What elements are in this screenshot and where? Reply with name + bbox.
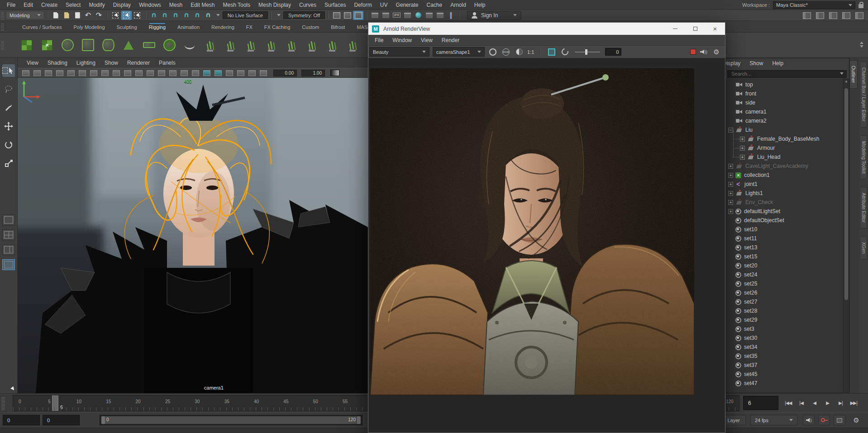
menu-set-dropdown[interactable]: Modeling: [6, 11, 44, 19]
range-slider[interactable]: 0 120: [100, 415, 362, 425]
outliner-item-set37[interactable]: set37: [726, 361, 843, 370]
pause-viewport-icon[interactable]: [446, 11, 456, 20]
outliner-item-set20[interactable]: set20: [726, 261, 843, 270]
shelf-tab-fx[interactable]: FX: [240, 22, 258, 32]
grip-handle[interactable]: [1, 24, 4, 31]
grip-handle[interactable]: [1, 11, 4, 19]
2d-pan-zoom-icon[interactable]: [76, 69, 88, 77]
make-live-icon[interactable]: [203, 11, 214, 20]
shelf-tab-bifrost[interactable]: Bifrost: [325, 22, 351, 32]
menu-item-uv[interactable]: UV: [376, 0, 392, 10]
groom-cut-icon[interactable]: [262, 36, 280, 54]
output-connections-icon[interactable]: [342, 11, 353, 20]
renderview-menu-file[interactable]: File: [370, 35, 388, 45]
bookmark-icon[interactable]: [54, 69, 65, 77]
menu-item-select[interactable]: Select: [62, 0, 85, 10]
separator[interactable]: [328, 12, 329, 19]
outliner-item-camera2[interactable]: camera2: [726, 116, 843, 125]
outliner-menu-display[interactable]: Display: [726, 58, 745, 68]
render-current-frame-icon[interactable]: [381, 11, 391, 20]
shelf-tab-rigging[interactable]: Rigging: [143, 22, 172, 32]
menu-item-surfaces[interactable]: Surfaces: [320, 0, 350, 10]
layout-four-pane-icon[interactable]: [2, 229, 15, 240]
shelf-overflow-menu[interactable]: [860, 42, 863, 48]
lighting-icon[interactable]: [224, 69, 235, 77]
outliner-menu-help[interactable]: Help: [768, 58, 788, 68]
scrollbar-handle[interactable]: [844, 88, 848, 300]
expander-icon[interactable]: +: [740, 137, 745, 142]
outliner-item-set45[interactable]: set45: [726, 370, 843, 379]
nurbs-torus-icon[interactable]: [161, 36, 178, 54]
snap-point-icon[interactable]: [171, 11, 181, 20]
evaluation-mode-icon[interactable]: [834, 415, 845, 425]
expander-icon[interactable]: +: [728, 173, 733, 178]
curve-tool-icon[interactable]: [181, 36, 198, 54]
panel-menu-panels[interactable]: Panels: [154, 58, 180, 68]
window-title-bar[interactable]: Arnold RenderView ×: [368, 23, 725, 35]
ab-compare-icon[interactable]: [514, 47, 524, 57]
chevron-down-icon[interactable]: [216, 14, 220, 16]
shelf-tab-rendering[interactable]: Rendering: [205, 22, 240, 32]
separator[interactable]: [459, 12, 460, 19]
outliner-item-set29[interactable]: set29: [726, 315, 843, 324]
play-backwards-button[interactable]: ◀: [808, 397, 820, 409]
animation-preferences-icon[interactable]: [850, 415, 863, 425]
outliner-item-set26[interactable]: set26: [726, 288, 843, 297]
snap-grid-icon[interactable]: [149, 11, 159, 20]
field-chart-icon[interactable]: [144, 69, 156, 77]
color-management-swatch[interactable]: [330, 70, 339, 76]
debug-shading-slider[interactable]: [575, 52, 600, 52]
character-controls-icon[interactable]: [815, 11, 825, 19]
tab-outliner[interactable]: Outliner: [850, 60, 858, 89]
isolate-select-icon[interactable]: [178, 69, 190, 77]
snap-curve-icon[interactable]: [160, 11, 170, 20]
scroll-up-icon[interactable]: ▲: [844, 79, 849, 83]
select-hierarchy-icon[interactable]: [110, 11, 121, 20]
grip-handle[interactable]: [1, 396, 5, 410]
play-forwards-button[interactable]: ▶: [821, 397, 834, 409]
menu-item-deform[interactable]: Deform: [350, 0, 376, 10]
wireframe-on-shaded-icon[interactable]: [201, 69, 212, 77]
groom-density-icon[interactable]: [324, 36, 341, 54]
expander-icon[interactable]: +: [728, 200, 733, 205]
select-tool-icon[interactable]: [2, 64, 15, 77]
renderview-menu-view[interactable]: View: [416, 35, 437, 45]
rgba-channels-icon[interactable]: [501, 47, 511, 57]
expander-icon[interactable]: −: [728, 128, 733, 133]
snap-view-plane-icon[interactable]: [192, 11, 203, 20]
channel-box-icon[interactable]: [828, 11, 838, 19]
select-object-icon[interactable]: [121, 11, 132, 20]
outliner-item-set27[interactable]: set27: [726, 297, 843, 306]
gamma-field[interactable]: 1.00: [301, 70, 325, 76]
panel-menu-shading[interactable]: Shading: [43, 58, 72, 68]
outliner-item-collection1[interactable]: + collection1: [726, 171, 843, 180]
save-scene-icon[interactable]: [72, 11, 83, 20]
outliner-item-set15[interactable]: set15: [726, 252, 843, 261]
scale-tool-icon[interactable]: [2, 157, 15, 170]
shelf-tab-animation[interactable]: Animation: [172, 22, 205, 32]
grip-handle[interactable]: [1, 41, 4, 50]
menu-item-cache[interactable]: Cache: [422, 0, 446, 10]
refresh-render-icon[interactable]: [560, 47, 570, 57]
outliner-item-set10[interactable]: set10: [726, 225, 843, 234]
outliner-item-liu[interactable]: − Liu: [726, 125, 843, 134]
shelf-tab-curves-surfaces[interactable]: Curves / Surfaces: [16, 22, 67, 32]
display-region-icon[interactable]: [547, 47, 557, 57]
shelf-tab-poly-modeling[interactable]: Poly Modeling: [67, 22, 110, 32]
outliner-item-lights1[interactable]: + Lights1: [726, 189, 843, 198]
outliner-item-set25[interactable]: set25: [726, 279, 843, 288]
outliner-item-liu-head[interactable]: + Liu_Head: [726, 152, 843, 162]
film-gate-icon[interactable]: [110, 69, 122, 77]
menu-item-file[interactable]: File: [3, 0, 19, 10]
range-slider-bar[interactable]: [101, 416, 361, 424]
modeling-toolkit-icon[interactable]: [802, 11, 812, 19]
move-tool-icon[interactable]: [2, 120, 15, 133]
attribute-editor-icon[interactable]: [841, 11, 851, 19]
outliner-item-side[interactable]: side: [726, 98, 843, 107]
lock-workspace-icon[interactable]: [858, 4, 863, 8]
chevron-down-icon[interactable]: [277, 14, 281, 16]
current-frame-marker[interactable]: [52, 395, 58, 411]
nurbs-cone-icon[interactable]: [120, 36, 137, 54]
outliner-item-defaultlightset[interactable]: + defaultLightSet: [726, 207, 843, 216]
rendered-image[interactable]: [370, 68, 694, 395]
